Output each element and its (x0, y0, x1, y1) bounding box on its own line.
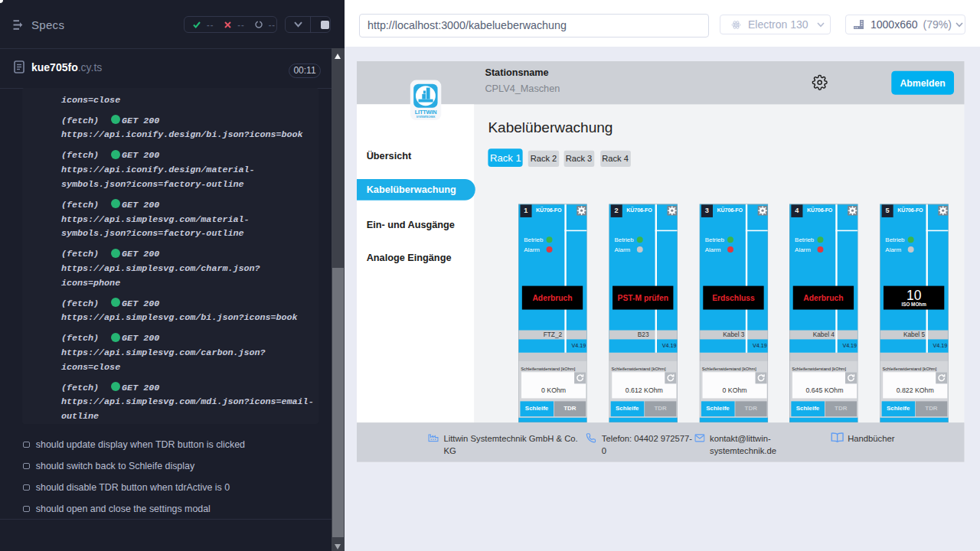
svg-text:LITTWIN: LITTWIN (415, 109, 436, 116)
svg-text:SYSTEMTECHNIK: SYSTEMTECHNIK (416, 116, 436, 119)
